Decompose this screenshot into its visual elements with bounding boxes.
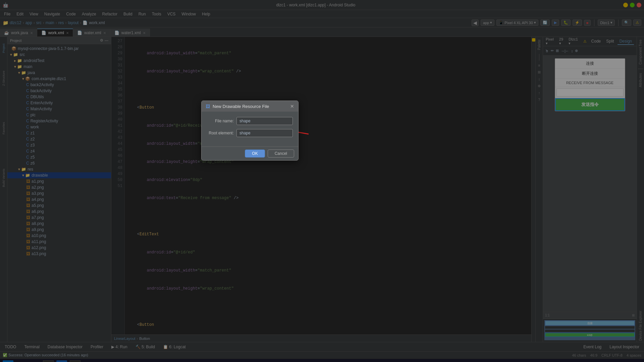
menu-help[interactable]: Help — [199, 11, 213, 17]
stop-button[interactable]: ■ — [584, 20, 591, 26]
breadcrumb-main[interactable]: main — [46, 20, 54, 25]
tab-terminal[interactable]: Terminal — [22, 344, 41, 350]
root-element-input[interactable] — [236, 129, 293, 137]
attach-button[interactable]: ⚡ — [573, 19, 582, 26]
tab-water1-xml[interactable]: 📄 water1.xml ✕ — [110, 28, 150, 37]
project-display[interactable]: Dlzc1 ▾ — [569, 37, 580, 46]
menu-refactor[interactable]: Refactor — [100, 11, 120, 17]
debug-button[interactable]: 🐛 — [561, 19, 571, 26]
code-content[interactable]: android:layout_width="match_parent" andr… — [125, 37, 531, 335]
tree-item-a4[interactable]: 🖼 a4.png — [7, 196, 111, 202]
taskbar-studio[interactable]: 🤖 — [70, 360, 80, 362]
tab-event-log[interactable]: Event Log — [581, 344, 603, 350]
run-config-selector[interactable]: app ▾ — [481, 19, 494, 26]
tab-close-work-xml[interactable]: ✕ — [66, 31, 69, 35]
menu-file[interactable]: File — [1, 11, 13, 17]
tree-item-main[interactable]: ▾ 📁 main — [7, 64, 111, 70]
design-tool-1[interactable]: 🖱 — [545, 49, 549, 53]
tab-close-water1-xml[interactable]: ✕ — [143, 31, 146, 35]
tree-item-a9[interactable]: 🖼 a9.png — [7, 227, 111, 233]
menu-edit[interactable]: Edit — [14, 11, 26, 17]
taskbar-explorer[interactable]: 📁 — [43, 360, 54, 362]
device-file-explorer-label[interactable]: Device File Explorer — [638, 309, 643, 342]
tree-item-java-folder[interactable]: ▾ 📁 java — [7, 70, 111, 76]
left-edge-project[interactable]: Project — [0, 38, 7, 58]
pixel-selector[interactable]: Pixel ▾ — [546, 37, 556, 46]
tree-item-a13[interactable]: 🖼 a13.png — [7, 251, 111, 257]
tab-logcat[interactable]: 📋 6: Logcat — [161, 344, 188, 350]
tree-item-z4[interactable]: C z4 — [7, 148, 111, 154]
left-edge-build[interactable]: Build Variants — [0, 166, 7, 190]
tree-item-package[interactable]: ▾ 📦 com.example.dlzc1 — [7, 76, 111, 82]
tree-item-main-activity[interactable]: C MainActivity — [7, 106, 111, 112]
left-edge-favorites[interactable]: Favorites — [0, 118, 7, 138]
palette-icon6[interactable]: ? — [538, 98, 540, 102]
tree-item-a2[interactable]: 🖼 a2.png — [7, 184, 111, 190]
tree-item-a10[interactable]: 🖼 a10.png — [7, 233, 111, 239]
taskbar-edge[interactable]: e — [56, 360, 67, 362]
tree-item-back2[interactable]: C back2Activity — [7, 82, 111, 88]
tree-item-a5[interactable]: 🖼 a5.png — [7, 202, 111, 208]
menu-build[interactable]: Build — [121, 11, 135, 17]
dialog-cancel-button[interactable]: Cancel — [268, 149, 294, 158]
tree-item-a7[interactable]: 🖼 a7.png — [7, 215, 111, 221]
tab-close-water-xml[interactable]: ✕ — [103, 31, 106, 35]
palette-icon3[interactable]: ↕ — [538, 77, 540, 81]
minimize-button[interactable]: ─ — [623, 3, 628, 7]
palette-icon1[interactable]: ≡ — [538, 63, 540, 67]
warning-icon[interactable]: ⚠ — [633, 19, 641, 26]
tab-build[interactable]: 🔨 5: Build — [133, 344, 157, 350]
windows-start-button[interactable]: ⊞ — [3, 360, 13, 362]
new-drawable-dialog[interactable]: 🖼 New Drawable Resource File ✕ File name… — [201, 101, 299, 161]
tree-item-dbutils[interactable]: C DBUtils — [7, 94, 111, 100]
breadcrumb-layout[interactable]: layout — [68, 20, 78, 25]
attributes-label[interactable]: Attributes — [638, 72, 643, 88]
tree-item-z6[interactable]: C z6 — [7, 160, 111, 166]
taskbar-search[interactable]: 🔍 — [16, 360, 27, 362]
tree-item-plc[interactable]: C plc — [7, 112, 111, 118]
design-tool-6[interactable]: ⊕ — [575, 49, 578, 53]
window-controls[interactable]: ─ □ ✕ — [623, 3, 641, 7]
menu-window[interactable]: Window — [179, 11, 199, 17]
menu-vcs[interactable]: VCS — [165, 11, 178, 17]
design-tool-5[interactable]: ↕ — [571, 49, 573, 53]
maximize-button[interactable]: □ — [630, 3, 635, 7]
code-area[interactable]: 27 28 29 30 31 32 33 34 35 36 37 38 39 4… — [111, 37, 531, 335]
tree-item-a12[interactable]: 🖼 a12.png — [7, 245, 111, 251]
tree-item-register[interactable]: C RegisterActivity — [7, 118, 111, 124]
tab-work-java[interactable]: ☕ work.java ✕ — [0, 28, 37, 37]
menu-code[interactable]: Code — [63, 11, 78, 17]
gear-icon[interactable]: ⚙ — [100, 38, 103, 43]
close-button[interactable]: ✕ — [637, 3, 641, 7]
tree-item-z3[interactable]: C z3 — [7, 142, 111, 148]
component-tree-label[interactable]: Component Tree — [638, 38, 643, 66]
palette-icon4[interactable]: ⊕ — [538, 84, 541, 88]
tree-item-a11[interactable]: 🖼 a11.png — [7, 239, 111, 245]
dialog-ok-button[interactable]: OK — [245, 149, 265, 158]
minimap-icon[interactable]: ⊞ — [632, 313, 635, 317]
tab-water-xml[interactable]: 📄 water.xml ✕ — [73, 28, 110, 37]
filename-input[interactable] — [236, 117, 293, 125]
search-button[interactable]: 🔍 — [622, 19, 631, 26]
tree-item-a6[interactable]: 🖼 a6.png — [7, 208, 111, 215]
tree-item-jar[interactable]: 📦 mysql-connector-java-5.1.7-bin.jar — [7, 46, 111, 52]
tab-split[interactable]: Split — [604, 38, 616, 45]
breadcrumb-res[interactable]: res — [58, 20, 64, 25]
menu-analyze[interactable]: Analyze — [79, 11, 99, 17]
menu-navigate[interactable]: Navigate — [42, 11, 63, 17]
left-edge-structure[interactable]: Z-Structure — [0, 66, 7, 90]
tree-item-src[interactable]: ▾ 📁 src — [7, 52, 111, 58]
palette-label[interactable]: Palette — [537, 38, 542, 51]
tab-run[interactable]: ▶ 4: Run — [109, 344, 129, 350]
sync-button[interactable]: 🔄 — [540, 19, 550, 26]
tab-layout-inspector[interactable]: Layout Inspector — [607, 344, 641, 350]
collapse-icon[interactable]: — — [105, 38, 108, 43]
device-selector[interactable]: 📱 Pixel 4 XL API 30 ▾ — [496, 19, 538, 26]
breadcrumb-dlzc12[interactable]: dlzc12 — [10, 20, 21, 25]
menu-tools[interactable]: Tools — [149, 11, 164, 17]
tab-work-xml[interactable]: 📄 work.xml ✕ — [37, 28, 73, 37]
menu-run[interactable]: Run — [136, 11, 149, 17]
tree-item-androidtest[interactable]: ▸ 📁 androidTest — [7, 58, 111, 64]
breadcrumb-app[interactable]: app — [25, 20, 32, 25]
tree-item-enter[interactable]: C EnterActivity — [7, 100, 111, 106]
